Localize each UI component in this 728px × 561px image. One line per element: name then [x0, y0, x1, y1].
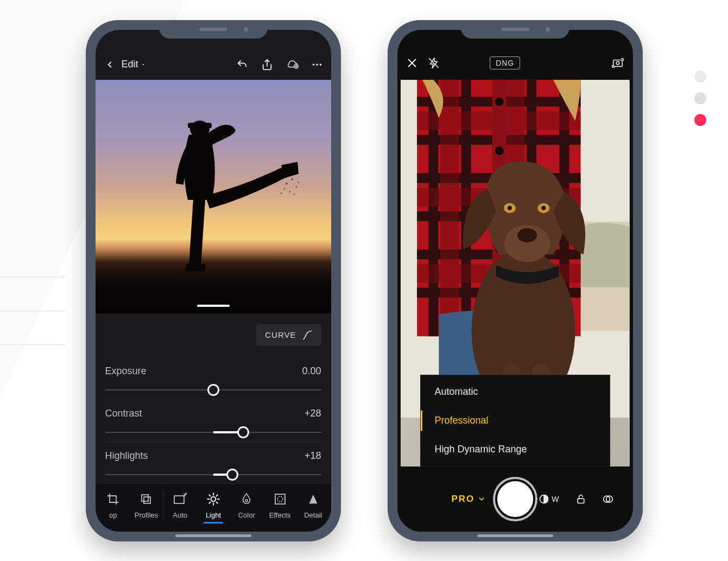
- mode-selector[interactable]: PRO: [452, 494, 486, 505]
- lock-open-icon[interactable]: [575, 494, 586, 505]
- auto-icon: [173, 491, 187, 507]
- tab-label: Light: [206, 511, 221, 519]
- curve-button[interactable]: CURVE: [256, 324, 321, 346]
- tab-label: Profiles: [135, 511, 158, 519]
- tab-label: Detail: [304, 511, 322, 519]
- slider-knob[interactable]: [226, 469, 238, 481]
- camera-viewfinder[interactable]: AutomaticProfessionalHigh Dynamic Range: [401, 80, 630, 467]
- svg-point-58: [495, 146, 503, 155]
- light-panel: CURVE Exposure0.00Contrast+28Highlights+…: [96, 313, 331, 484]
- slider-knob[interactable]: [237, 426, 249, 438]
- svg-point-12: [289, 191, 290, 192]
- svg-point-63: [517, 228, 537, 242]
- tab-color[interactable]: Color: [230, 488, 263, 522]
- viewfinder-illustration: [401, 80, 630, 418]
- curve-label: CURVE: [265, 330, 296, 339]
- share-icon[interactable]: [261, 58, 274, 71]
- mode-label: PRO: [452, 494, 475, 505]
- slider-value: 0.00: [302, 365, 321, 377]
- switch-camera-icon[interactable]: [611, 57, 624, 69]
- svg-line-25: [209, 495, 210, 496]
- effects-icon: [274, 491, 287, 507]
- svg-line-26: [216, 502, 217, 503]
- back-icon[interactable]: [103, 58, 116, 71]
- slider-contrast[interactable]: Contrast+28: [105, 399, 321, 441]
- slider-track[interactable]: [105, 427, 321, 438]
- slider-knob[interactable]: [207, 384, 219, 396]
- detail-icon: [307, 491, 319, 507]
- slider-track[interactable]: [105, 469, 321, 480]
- tab-profiles[interactable]: Profiles: [130, 488, 163, 522]
- mode-option[interactable]: Automatic: [421, 377, 610, 406]
- svg-point-16: [280, 192, 282, 194]
- slider-highlights[interactable]: Highlights+18: [105, 441, 321, 483]
- svg-point-29: [245, 500, 248, 502]
- svg-line-27: [209, 502, 210, 503]
- svg-point-67: [541, 206, 546, 210]
- slider-value: +18: [305, 450, 321, 462]
- flash-off-icon[interactable]: [428, 57, 440, 69]
- tab-label: Color: [238, 511, 255, 519]
- tab-label: Auto: [173, 511, 187, 519]
- svg-rect-8: [188, 123, 212, 128]
- mode-option[interactable]: High Dynamic Range: [421, 435, 610, 464]
- tab-light[interactable]: Light: [197, 488, 230, 522]
- svg-point-10: [291, 178, 293, 180]
- undo-icon[interactable]: [236, 58, 249, 71]
- color-icon: [240, 491, 252, 507]
- slider-label: Highlights: [105, 450, 148, 462]
- phone-mockup-camera: DNG: [388, 20, 643, 541]
- svg-point-13: [283, 188, 285, 190]
- svg-point-15: [293, 193, 295, 195]
- edit-dropdown[interactable]: Edit: [122, 59, 146, 70]
- tab-auto[interactable]: Auto: [163, 488, 197, 522]
- crop-icon: [106, 491, 119, 507]
- edit-topbar: Edit: [96, 49, 331, 80]
- svg-line-28: [216, 495, 217, 496]
- camera-bottom-bar: PRO W: [397, 467, 633, 532]
- tab-label: Effects: [269, 511, 291, 519]
- slider-track[interactable]: [105, 384, 321, 395]
- more-icon[interactable]: [311, 58, 324, 71]
- slider-label: Exposure: [105, 365, 147, 377]
- photo-preview[interactable]: [96, 80, 331, 313]
- slider-exposure[interactable]: Exposure0.00: [105, 357, 321, 399]
- wb-label: W: [552, 495, 559, 503]
- svg-point-6: [319, 64, 321, 66]
- silhouette-illustration: [124, 102, 303, 281]
- svg-point-20: [211, 497, 216, 502]
- svg-rect-71: [578, 499, 584, 503]
- mode-option[interactable]: Professional: [421, 406, 610, 435]
- tab-effects[interactable]: Effects: [263, 488, 296, 522]
- camera-mode-menu: AutomaticProfessionalHigh Dynamic Range: [420, 375, 610, 467]
- tab-label: op: [109, 511, 117, 519]
- filter-icon[interactable]: [603, 494, 613, 505]
- panel-drag-handle[interactable]: [197, 305, 230, 307]
- close-icon[interactable]: [406, 57, 418, 69]
- profiles-icon: [140, 491, 153, 507]
- format-badge[interactable]: DNG: [490, 56, 520, 70]
- edit-title: Edit: [122, 59, 138, 70]
- svg-rect-18: [144, 497, 150, 503]
- svg-rect-19: [174, 496, 184, 503]
- svg-point-5: [316, 64, 318, 66]
- svg-point-65: [507, 206, 511, 210]
- svg-rect-30: [275, 494, 285, 504]
- phone-mockup-edit: Edit: [86, 20, 341, 541]
- shutter-button[interactable]: [495, 479, 535, 519]
- svg-point-4: [312, 64, 314, 66]
- svg-point-9: [286, 182, 288, 185]
- slider-value: +28: [305, 408, 321, 419]
- cloud-add-icon[interactable]: [286, 58, 299, 71]
- tab-crop[interactable]: op: [97, 488, 130, 522]
- white-balance-icon[interactable]: W: [539, 494, 559, 505]
- svg-point-11: [295, 186, 297, 187]
- slider-label: Contrast: [105, 408, 142, 419]
- svg-point-14: [297, 181, 299, 183]
- edit-tabs: opProfilesAutoLightColorEffectsDetail: [96, 484, 331, 532]
- camera-topbar: DNG: [397, 49, 633, 77]
- svg-rect-36: [613, 60, 622, 66]
- svg-point-31: [277, 496, 283, 502]
- svg-point-57: [495, 97, 503, 106]
- tab-detail[interactable]: Detail: [296, 488, 330, 522]
